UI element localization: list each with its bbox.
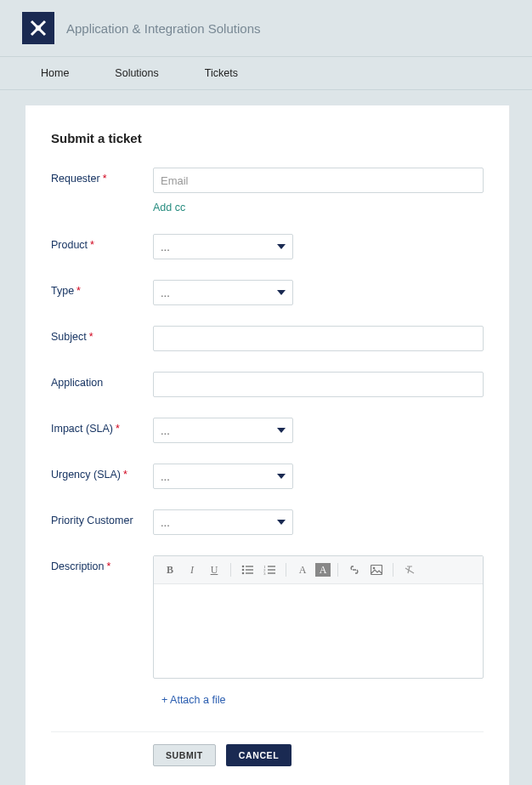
svg-rect-10 [268, 569, 275, 570]
svg-point-0 [36, 26, 41, 31]
ordered-list-icon[interactable]: 123 [260, 561, 279, 578]
nav-home[interactable]: Home [25, 57, 99, 89]
svg-rect-8 [268, 566, 275, 566]
form-actions: SUBMIT CANCEL [153, 744, 484, 766]
underline-icon[interactable]: U [205, 561, 224, 578]
chevron-down-icon [277, 290, 286, 295]
link-icon[interactable] [345, 561, 364, 578]
application-input[interactable] [153, 372, 484, 397]
type-label: Type* [51, 280, 153, 297]
impact-label: Impact (SLA)* [51, 418, 153, 435]
description-label: Description* [51, 555, 153, 572]
chevron-down-icon [277, 520, 286, 525]
description-textarea[interactable] [154, 584, 483, 678]
main-nav: Home Solutions Tickets [0, 56, 532, 90]
svg-point-1 [242, 566, 245, 568]
svg-point-3 [242, 569, 245, 572]
page-title: Submit a ticket [51, 131, 484, 145]
chevron-down-icon [277, 244, 286, 249]
svg-rect-4 [246, 569, 253, 570]
ticket-form-card: Submit a ticket Requester* Add cc Produc… [25, 105, 510, 785]
image-icon[interactable] [367, 561, 386, 578]
requester-label: Requester* [51, 168, 153, 185]
svg-rect-13 [371, 566, 382, 575]
toolbar-separator [286, 563, 286, 577]
urgency-select[interactable]: ... [153, 464, 293, 489]
svg-text:3: 3 [263, 572, 266, 575]
product-select[interactable]: ... [153, 234, 293, 259]
svg-point-14 [373, 567, 376, 570]
text-color-icon[interactable]: A [293, 561, 312, 578]
svg-rect-12 [268, 572, 275, 573]
add-cc-link[interactable]: Add cc [153, 202, 185, 213]
urgency-label: Urgency (SLA)* [51, 464, 153, 481]
nav-tickets[interactable]: Tickets [190, 57, 269, 89]
description-editor: B I U 123 A A [153, 555, 484, 679]
editor-toolbar: B I U 123 A A [154, 556, 483, 584]
product-label: Product* [51, 234, 153, 251]
svg-point-5 [242, 572, 245, 575]
divider [51, 731, 484, 732]
unordered-list-icon[interactable] [238, 561, 257, 578]
requester-input[interactable] [153, 168, 484, 193]
cancel-button[interactable]: CANCEL [226, 744, 291, 766]
toolbar-separator [337, 563, 338, 577]
subject-label: Subject* [51, 326, 153, 343]
app-logo [22, 12, 54, 44]
svg-rect-6 [246, 572, 253, 573]
bold-icon[interactable]: B [161, 561, 179, 578]
italic-icon[interactable]: I [183, 561, 201, 578]
chevron-down-icon [277, 474, 286, 479]
toolbar-separator [230, 563, 231, 577]
submit-button[interactable]: SUBMIT [153, 744, 216, 766]
nav-solutions[interactable]: Solutions [99, 57, 189, 89]
impact-select[interactable]: ... [153, 418, 293, 443]
chevron-down-icon [277, 428, 286, 433]
text-highlight-icon[interactable]: A [315, 563, 331, 577]
priority-label: Priority Customer [51, 509, 153, 526]
subject-input[interactable] [153, 326, 484, 351]
application-label: Application [51, 372, 153, 389]
clear-format-icon[interactable] [400, 561, 419, 578]
attach-file-link[interactable]: + Attach a file [161, 694, 225, 706]
priority-select[interactable]: ... [153, 509, 293, 535]
app-title: Application & Integration Solutions [66, 21, 260, 36]
type-select[interactable]: ... [153, 280, 293, 305]
svg-rect-2 [246, 566, 253, 566]
app-header: Application & Integration Solutions [0, 0, 532, 56]
toolbar-separator [393, 563, 393, 577]
